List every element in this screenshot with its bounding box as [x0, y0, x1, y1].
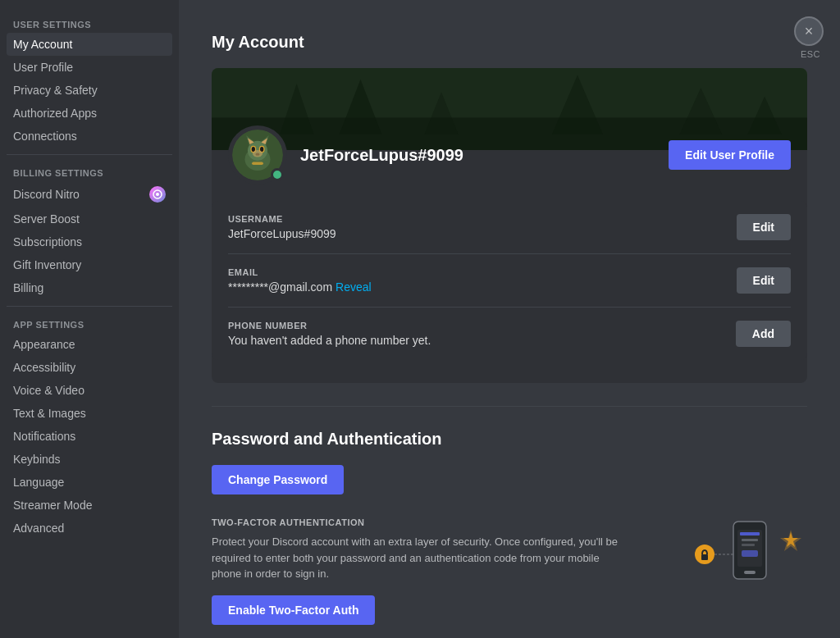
svg-rect-23: [252, 162, 263, 165]
edit-username-button[interactable]: Edit: [737, 214, 791, 240]
online-indicator: [271, 168, 284, 181]
user-settings-label: USER SETTINGS: [7, 13, 172, 33]
app-settings-label: APP SETTINGS: [7, 313, 172, 333]
two-factor-content: TWO-FACTOR AUTHENTICATION Protect your D…: [212, 517, 622, 625]
phone-row: PHONE NUMBER You haven't added a phone n…: [228, 308, 791, 360]
sidebar-item-appearance[interactable]: Appearance: [7, 333, 172, 356]
svg-rect-30: [742, 550, 758, 557]
close-button[interactable]: ×: [794, 16, 824, 46]
two-factor-illustration: [692, 517, 807, 591]
svg-rect-26: [744, 571, 756, 574]
sidebar-item-language[interactable]: Language: [7, 471, 172, 494]
email-field: EMAIL *********@gmail.comReveal: [228, 267, 372, 294]
sidebar-divider-2: [7, 306, 172, 307]
sidebar-item-billing[interactable]: Billing: [7, 276, 172, 299]
sidebar-item-advanced[interactable]: Advanced: [7, 517, 172, 540]
billing-settings-label: BILLING SETTINGS: [7, 162, 172, 181]
sidebar-item-user-profile[interactable]: User Profile: [7, 56, 172, 79]
phone-field: PHONE NUMBER You haven't added a phone n…: [228, 321, 431, 347]
edit-email-button[interactable]: Edit: [737, 267, 791, 294]
sidebar-item-voice-video[interactable]: Voice & Video: [7, 379, 172, 402]
sidebar-item-authorized-apps[interactable]: Authorized Apps: [7, 102, 172, 125]
page-title: My Account: [212, 33, 807, 52]
sidebar-item-accessibility[interactable]: Accessibility: [7, 356, 172, 379]
sidebar-item-my-account[interactable]: My Account: [7, 33, 172, 56]
profile-banner: [212, 68, 807, 150]
username-field: USERNAME JetForceLupus#9099: [228, 214, 336, 240]
svg-rect-27: [740, 532, 760, 535]
phone-value: You haven't added a phone number yet.: [228, 334, 431, 347]
sidebar-item-notifications[interactable]: Notifications: [7, 425, 172, 448]
esc-label: ESC: [801, 49, 820, 59]
svg-rect-32: [701, 554, 708, 560]
sidebar-item-gift-inventory[interactable]: Gift Inventory: [7, 253, 172, 276]
email-label: EMAIL: [228, 267, 372, 277]
add-phone-button[interactable]: Add: [736, 321, 791, 347]
sidebar-item-privacy-safety[interactable]: Privacy & Safety: [7, 79, 172, 102]
reveal-email-link[interactable]: Reveal: [336, 280, 372, 294]
edit-profile-button[interactable]: Edit User Profile: [669, 140, 791, 170]
sidebar-item-connections[interactable]: Connections: [7, 125, 172, 148]
two-factor-desc: Protect your Discord account with an ext…: [212, 534, 622, 582]
email-row: EMAIL *********@gmail.comReveal Edit: [228, 254, 791, 308]
change-password-button[interactable]: Change Password: [212, 465, 344, 494]
enable-2fa-button[interactable]: Enable Two-Factor Auth: [212, 595, 375, 625]
profile-username: JetForceLupus#9099: [300, 146, 669, 165]
svg-point-1: [156, 193, 159, 196]
sidebar-item-text-images[interactable]: Text & Images: [7, 402, 172, 425]
section-divider: [212, 406, 807, 407]
username-label: USERNAME: [228, 214, 336, 224]
username-row: USERNAME JetForceLupus#9099 Edit: [228, 201, 791, 254]
main-content: × ESC My Account: [179, 0, 840, 638]
two-factor-label: TWO-FACTOR AUTHENTICATION: [212, 517, 622, 527]
sidebar-item-subscriptions[interactable]: Subscriptions: [7, 230, 172, 253]
sidebar-item-discord-nitro[interactable]: Discord Nitro: [7, 181, 172, 207]
nitro-icon: [149, 186, 166, 203]
two-factor-section: TWO-FACTOR AUTHENTICATION Protect your D…: [212, 517, 807, 625]
svg-rect-28: [742, 539, 758, 541]
svg-point-22: [253, 150, 262, 157]
svg-rect-29: [742, 544, 755, 546]
password-section-title: Password and Authentication: [212, 430, 807, 449]
email-value: *********@gmail.comReveal: [228, 280, 372, 294]
phone-label: PHONE NUMBER: [228, 321, 431, 330]
sidebar-item-keybinds[interactable]: Keybinds: [7, 448, 172, 471]
sidebar-item-streamer-mode[interactable]: Streamer Mode: [7, 494, 172, 517]
profile-card: JetForceLupus#9099 Edit User Profile USE…: [212, 68, 807, 383]
sidebar-divider-1: [7, 154, 172, 155]
info-section: USERNAME JetForceLupus#9099 Edit EMAIL *…: [212, 201, 807, 360]
sidebar-item-server-boost[interactable]: Server Boost: [7, 207, 172, 230]
sidebar: USER SETTINGS My Account User Profile Pr…: [0, 0, 179, 638]
avatar-wrapper: [228, 125, 287, 185]
username-value: JetForceLupus#9099: [228, 227, 336, 240]
